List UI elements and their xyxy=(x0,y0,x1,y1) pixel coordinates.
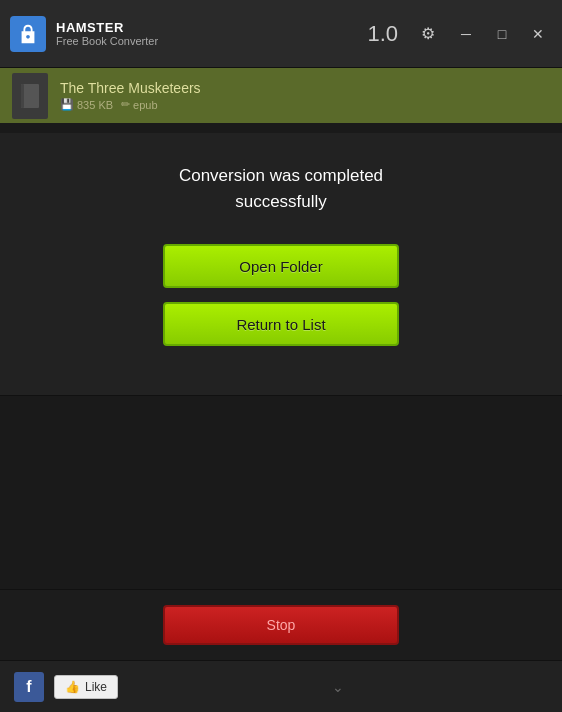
book-thumbnail xyxy=(12,73,48,119)
stop-area: Stop xyxy=(0,589,562,660)
app-title-group: HAMSTER Free Book Converter xyxy=(56,20,367,47)
titlebar: HAMSTER Free Book Converter 1.0 ⚙ ─ □ ✕ xyxy=(0,0,562,68)
window-controls: ─ □ ✕ xyxy=(452,20,552,48)
return-to-list-button[interactable]: Return to List xyxy=(163,302,399,346)
maximize-button[interactable]: □ xyxy=(488,20,516,48)
app-name: HAMSTER xyxy=(56,20,367,35)
book-title: The Three Musketeers xyxy=(60,80,550,96)
open-folder-button[interactable]: Open Folder xyxy=(163,244,399,288)
app-subtitle: Free Book Converter xyxy=(56,35,367,47)
stop-button[interactable]: Stop xyxy=(163,605,399,645)
facebook-icon[interactable]: f xyxy=(14,672,44,702)
conversion-area: Conversion was completed successfully Op… xyxy=(0,133,562,396)
book-format: ✏ epub xyxy=(121,98,157,111)
footer-spacer: ⌄ xyxy=(128,679,548,695)
success-message: Conversion was completed successfully xyxy=(179,163,383,214)
svg-rect-1 xyxy=(21,84,24,108)
app-icon xyxy=(10,16,46,52)
main-content: Conversion was completed successfully Op… xyxy=(0,123,562,660)
minimize-button[interactable]: ─ xyxy=(452,20,480,48)
book-meta: 💾 835 KB ✏ epub xyxy=(60,98,550,111)
disk-icon: 💾 xyxy=(60,98,74,111)
app-version: 1.0 xyxy=(367,21,398,47)
close-button[interactable]: ✕ xyxy=(524,20,552,48)
book-info: The Three Musketeers 💾 835 KB ✏ epub xyxy=(60,80,550,111)
footer: f 👍 Like ⌄ xyxy=(0,660,562,712)
down-arrow-icon: ⌄ xyxy=(332,679,344,695)
book-bar: The Three Musketeers 💾 835 KB ✏ epub xyxy=(0,68,562,123)
like-button[interactable]: 👍 Like xyxy=(54,675,118,699)
book-size: 💾 835 KB xyxy=(60,98,113,111)
thumbs-up-icon: 👍 xyxy=(65,680,80,694)
spacer xyxy=(0,396,562,589)
settings-button[interactable]: ⚙ xyxy=(414,20,442,48)
edit-icon: ✏ xyxy=(121,98,130,111)
